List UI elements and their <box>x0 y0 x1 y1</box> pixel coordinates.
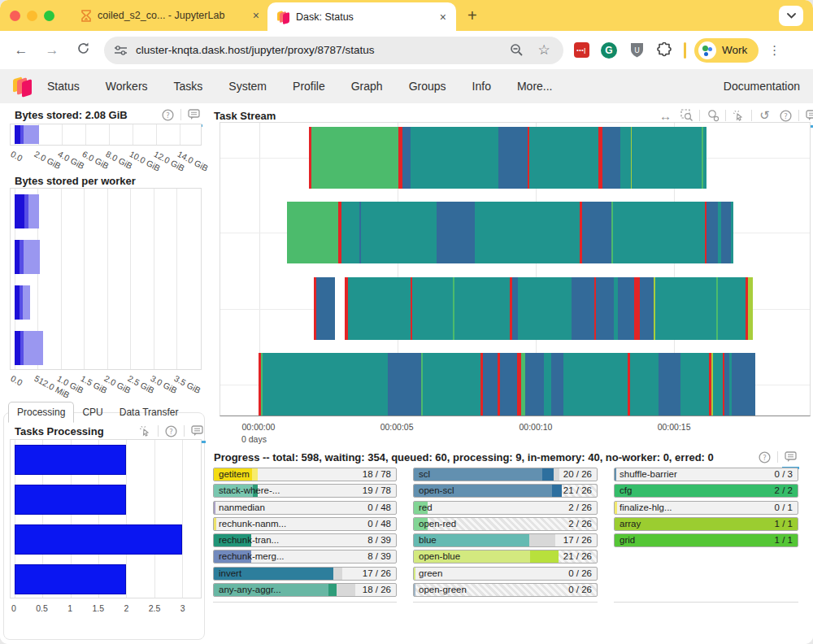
task-segment <box>731 202 733 263</box>
task-segment <box>335 277 345 340</box>
tick-label: 1 <box>67 603 72 613</box>
progress-fill <box>414 584 415 596</box>
task-segment <box>361 202 437 263</box>
task-count: 2 / 2 <box>775 485 793 497</box>
progress-tools: ? <box>756 449 799 465</box>
new-tab-button[interactable]: + <box>467 7 477 25</box>
url-bar[interactable]: cluster-knqta.dask.host/jupyter/proxy/87… <box>104 37 563 64</box>
hover-tool-icon[interactable] <box>730 107 747 124</box>
svg-text:U: U <box>634 46 640 54</box>
nav-item-info[interactable]: Info <box>472 80 491 93</box>
task-name: shuffle-barrier <box>620 468 677 481</box>
progress-row: red2 / 26 <box>413 501 598 515</box>
task-segment <box>596 277 614 340</box>
task-segment <box>713 353 723 416</box>
nav-item-tasks[interactable]: Tasks <box>174 80 203 93</box>
close-tab-icon[interactable]: × <box>253 9 259 22</box>
wheel-zoom-icon[interactable] <box>704 107 721 124</box>
help-icon[interactable]: ? <box>163 423 180 439</box>
task-count: 0 / 26 <box>568 568 592 580</box>
task-name: red <box>419 502 433 514</box>
progress-row: green0 / 26 <box>413 567 598 581</box>
nav-item-graph[interactable]: Graph <box>351 80 383 93</box>
bytes-per-worker-chart <box>10 188 202 370</box>
divider <box>413 602 598 603</box>
extensions-puzzle-icon[interactable] <box>654 41 674 60</box>
task-segment <box>341 202 359 263</box>
time-tick-label: 00:00:05 <box>380 422 414 432</box>
progress-fill <box>615 518 798 530</box>
pan-tool-icon[interactable]: ↔ <box>657 107 674 124</box>
fullscreen-window-button[interactable] <box>44 11 54 21</box>
bookmark-star-icon[interactable]: ☆ <box>534 41 554 60</box>
tab-data-transfer[interactable]: Data Transfer <box>111 402 187 422</box>
task-count: 2 / 26 <box>568 502 592 514</box>
progress-row: scl20 / 26 <box>413 468 598 481</box>
worker-bytes-bar <box>15 331 199 365</box>
help-icon[interactable]: ? <box>159 107 176 123</box>
profile-chip[interactable]: Work <box>694 38 759 63</box>
task-segment <box>602 127 620 189</box>
reload-icon <box>76 41 90 55</box>
nav-item-profile[interactable]: Profile <box>293 80 325 93</box>
task-segment <box>287 202 338 263</box>
task-name: green <box>419 568 442 580</box>
progress-fill <box>554 468 559 481</box>
comment-icon[interactable] <box>189 423 206 439</box>
close-window-button[interactable] <box>10 11 20 21</box>
svg-text:?: ? <box>169 427 173 435</box>
comment-icon[interactable] <box>185 107 202 123</box>
task-count: 0 / 48 <box>367 502 391 514</box>
help-icon[interactable]: ? <box>777 107 794 124</box>
dask-favicon <box>277 10 290 24</box>
back-button[interactable]: ← <box>11 42 31 59</box>
progress-row: nanmedian0 / 48 <box>213 501 397 515</box>
hover-tool-icon[interactable] <box>137 423 154 439</box>
tab-processing[interactable]: Processing <box>8 402 74 423</box>
reset-tool-icon[interactable]: ↺ <box>756 107 773 124</box>
progress-row: open-red2 / 26 <box>413 517 598 531</box>
tick-label: 0 <box>11 603 16 613</box>
task-count: 20 / 26 <box>563 468 592 481</box>
bytes-segment <box>15 331 20 365</box>
progress-fill <box>252 468 258 481</box>
browser-menu-button[interactable]: ⋮ <box>768 43 780 58</box>
nav-item-groups[interactable]: Groups <box>409 80 446 93</box>
task-segment <box>680 353 709 416</box>
bytes-stored-bar <box>15 125 202 144</box>
minimize-window-button[interactable] <box>27 11 37 21</box>
progress-fill <box>414 468 542 481</box>
zoom-out-page-button[interactable] <box>506 41 526 60</box>
help-icon[interactable]: ? <box>756 449 773 465</box>
browser-tab-dask[interactable]: Dask: Status × <box>267 2 456 31</box>
comment-icon[interactable] <box>782 449 799 465</box>
comment-icon[interactable] <box>803 107 813 124</box>
nav-item-more[interactable]: More... <box>517 80 553 93</box>
lastpass-extension-icon[interactable]: •••| <box>572 41 591 60</box>
bitwarden-extension-icon[interactable]: U <box>627 41 646 60</box>
grammarly-extension-icon[interactable]: G <box>599 41 619 60</box>
bytes-segment <box>15 125 20 144</box>
url-text[interactable]: cluster-knqta.dask.host/jupyter/proxy/87… <box>136 44 498 56</box>
nav-item-system[interactable]: System <box>228 80 267 93</box>
reload-button[interactable] <box>73 41 93 59</box>
task-segment <box>620 127 630 189</box>
tab-cpu[interactable]: CPU <box>74 402 111 422</box>
task-stream-lane <box>259 353 755 416</box>
close-tab-icon[interactable]: × <box>440 11 446 24</box>
nav-item-workers[interactable]: Workers <box>106 80 148 93</box>
forward-button[interactable]: → <box>42 42 62 59</box>
progress-fill <box>615 485 798 497</box>
nav-item-documentation[interactable]: Documentation <box>724 80 800 93</box>
progress-fill <box>333 568 342 580</box>
time-tick-label: 00:00:00 <box>242 422 276 432</box>
browser-tab-jupyterlab[interactable]: coiled_s2_co... - JupyterLab × <box>72 0 267 31</box>
dashboard-content: Bytes stored: 2.08 GiB ? Bytes stored pe… <box>0 103 813 644</box>
task-count: 17 / 26 <box>363 568 391 580</box>
box-zoom-icon[interactable] <box>678 107 695 124</box>
profile-label: Work <box>722 44 747 56</box>
task-segment <box>718 277 746 340</box>
nav-item-status[interactable]: Status <box>47 80 80 93</box>
task-count: 18 / 26 <box>363 584 391 596</box>
tab-search-button[interactable] <box>779 6 803 26</box>
